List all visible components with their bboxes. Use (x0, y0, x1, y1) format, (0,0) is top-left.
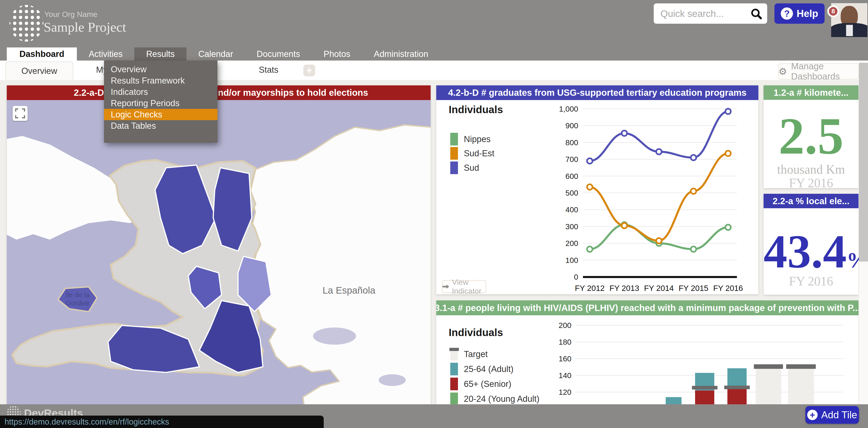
line-tile-header: 4.2-b-D # graduates from USG-supported t… (436, 86, 758, 100)
svg-text:800: 800 (565, 138, 578, 147)
map-lake-2 (379, 374, 406, 386)
svg-text:400: 400 (565, 205, 578, 214)
svg-text:300: 300 (565, 222, 578, 231)
subtab-stats[interactable]: Stats (259, 61, 278, 79)
notification-badge[interactable]: 8 (827, 5, 839, 17)
map-title-fragment-right: nd/or mayorships to hold elections (218, 86, 368, 100)
number-tile-percent: 2.2-a % local ele... 43.4% FY 2016 (764, 194, 859, 295)
nav-tab-documents[interactable]: Documents (245, 47, 312, 61)
org-logo-globe-icon[interactable] (9, 5, 43, 41)
map-label-espanola: La Española (322, 285, 375, 296)
org-name: Your Org Name (44, 10, 97, 19)
svg-text:FY 2015: FY 2015 (679, 284, 708, 293)
num1-value: 2.5 (764, 110, 859, 162)
nav-tab-administration[interactable]: Administration (362, 47, 440, 61)
menu-item-logic-checks[interactable]: Logic Checks (104, 109, 217, 120)
nav-tab-results[interactable]: Results (134, 47, 186, 61)
fullscreen-button[interactable] (13, 106, 28, 121)
search-input[interactable] (660, 5, 747, 22)
question-icon: ? (781, 7, 793, 20)
main-nav: DashboardActivitiesResultsCalendarDocume… (0, 47, 868, 61)
fullscreen-icon (15, 108, 25, 118)
app-root: Your Org Name Sample Project ? Help 8 Da… (0, 0, 868, 428)
scrollbar-thumb[interactable] (859, 63, 868, 262)
add-tile-button[interactable]: + Add Tile (805, 406, 859, 424)
svg-text:900: 900 (565, 121, 578, 130)
map-svg: Île de la Gonâve La Española (7, 100, 431, 413)
svg-text:FY 2016: FY 2016 (713, 284, 743, 293)
map-title-fragment-left: 2.2-a-D (7, 86, 104, 100)
svg-text:500: 500 (565, 189, 578, 197)
line-chart-tile: 4.2-b-D # graduates from USG-supported t… (436, 86, 758, 294)
svg-text:FY 2013: FY 2013 (610, 284, 639, 293)
svg-text:0: 0 (574, 273, 578, 281)
project-title: Sample Project (43, 20, 126, 35)
num1-unit: thousand Km (764, 162, 859, 176)
number-tile-kilometers: 1.2-a # kilomete... 2.5 thousand Km FY 2… (764, 86, 859, 188)
nav-tab-dashboard[interactable]: Dashboard (7, 47, 77, 61)
add-dashboard-tab-button[interactable]: + (303, 65, 315, 76)
manage-dashboards-label: Manage Dashboards (791, 61, 859, 81)
svg-text:200: 200 (559, 321, 571, 330)
num2-number: 43.4 (764, 225, 847, 277)
choropleth-map[interactable]: Île de la Gonâve La Española (7, 100, 431, 413)
bar-chart-tile: 3.1-a # people living with HIV/AIDS (PLH… (436, 300, 859, 413)
map-lake (313, 328, 356, 345)
bar-tile-header: 3.1-a # people living with HIV/AIDS (PLH… (436, 300, 859, 315)
svg-text:200: 200 (565, 239, 578, 248)
results-dropdown-menu: OverviewResults FrameworkIndicatorsRepor… (104, 61, 217, 143)
plus-circle-icon: + (807, 410, 817, 420)
page-scrollbar[interactable] (859, 61, 868, 404)
svg-text:700: 700 (565, 155, 578, 164)
num2-value: 43.4% (764, 228, 859, 275)
menu-item-indicators[interactable]: Indicators (104, 86, 217, 98)
map-label-gonave-2: Gonâve (66, 299, 89, 307)
quick-search[interactable] (654, 3, 767, 24)
nav-tab-calendar[interactable]: Calendar (186, 47, 245, 61)
view-indicator-button[interactable]: View Indicator (442, 280, 486, 293)
svg-text:160: 160 (559, 354, 571, 363)
arrow-right-icon (442, 284, 449, 290)
menu-item-results-framework[interactable]: Results Framework (104, 75, 217, 86)
add-tile-label: Add Tile (821, 409, 857, 421)
svg-text:100: 100 (565, 256, 578, 264)
map-tile: 2.2-a-D nd/or mayorships to hold electio… (7, 86, 431, 413)
num1-header: 1.2-a # kilomete... (764, 86, 859, 100)
num1-period: FY 2016 (764, 176, 859, 190)
svg-text:600: 600 (565, 172, 578, 180)
svg-text:FY 2012: FY 2012 (575, 284, 604, 293)
svg-text:140: 140 (559, 371, 571, 380)
gear-icon: ⚙ (778, 66, 787, 77)
help-button[interactable]: ? Help (774, 3, 825, 24)
subtab-overview[interactable]: Overview (5, 61, 73, 80)
svg-text:120: 120 (559, 388, 571, 396)
menu-item-data-tables[interactable]: Data Tables (104, 120, 217, 131)
manage-dashboards-button[interactable]: ⚙ Manage Dashboards (778, 63, 859, 79)
nav-tab-photos[interactable]: Photos (312, 47, 362, 61)
num2-period: FY 2016 (764, 274, 859, 288)
avatar-shirt (846, 25, 853, 36)
line-chart-svg[interactable]: 01002003004005006007008009001,000FY 2012… (436, 100, 758, 294)
nav-tab-activities[interactable]: Activities (77, 47, 134, 61)
svg-text:FY 2014: FY 2014 (644, 284, 674, 293)
view-indicator-label: View Indicator (452, 278, 486, 295)
menu-item-reporting-periods[interactable]: Reporting Periods (104, 98, 217, 109)
search-icon[interactable] (750, 8, 762, 21)
plus-icon: + (306, 65, 312, 76)
num2-header: 2.2-a % local ele... (764, 194, 859, 208)
svg-text:1,000: 1,000 (559, 105, 578, 113)
status-bar: https://demo.devresults.com/en/rf/logicc… (0, 416, 324, 428)
map-label-gonave-1: Île de la (65, 291, 89, 299)
map-tile-header: 2.2-a-D nd/or mayorships to hold electio… (7, 86, 431, 100)
menu-item-overview[interactable]: Overview (104, 64, 217, 75)
svg-text:180: 180 (559, 338, 571, 346)
header: Your Org Name Sample Project ? Help 8 (0, 0, 868, 47)
status-url: https://demo.devresults.com/en/rf/logicc… (4, 417, 169, 427)
help-label: Help (797, 8, 818, 19)
bar-chart-svg[interactable]: 200180160140120 (436, 315, 859, 413)
